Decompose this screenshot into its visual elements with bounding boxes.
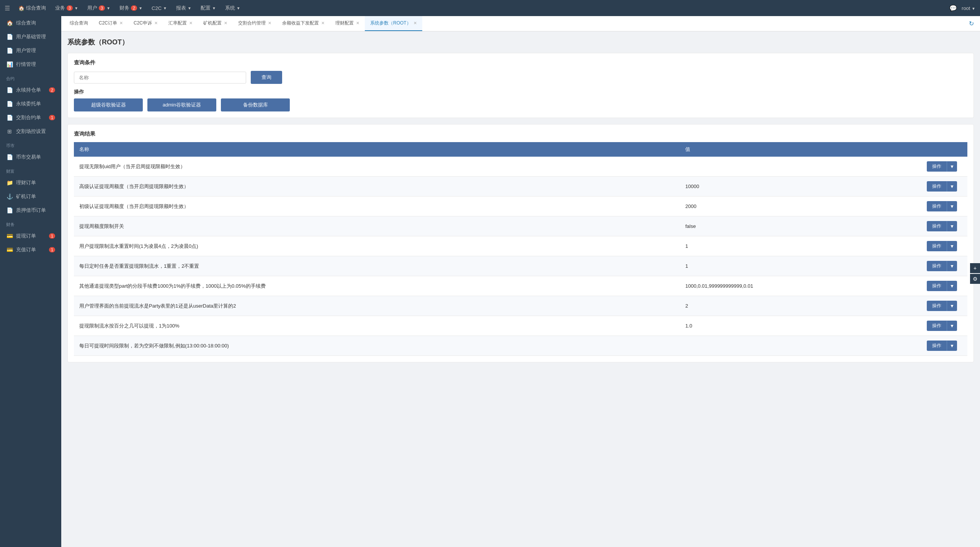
nav-home[interactable]: 🏠 综合查询: [15, 2, 50, 14]
tab-交割合约管理[interactable]: 交割合约管理 ✕: [233, 16, 277, 31]
nav-system[interactable]: 系统 ▼: [221, 2, 244, 14]
float-settings-button[interactable]: ⚙: [970, 274, 980, 284]
tab-系统参数ROOT[interactable]: 系统参数（ROOT） ✕: [365, 16, 422, 31]
nav-config[interactable]: 配置 ▼: [197, 2, 220, 14]
sidebar: 🏠 综合查询 📄 用户基础管理 📄 用户管理 📊 行情管理 合约 📄 永续持仓单…: [0, 16, 61, 547]
row-value-cell: [680, 157, 921, 177]
tab-C2C申诉[interactable]: C2C申诉 ✕: [128, 16, 163, 31]
user-label: root: [962, 5, 970, 11]
action-group: 操作▼: [927, 341, 962, 351]
action-dropdown-7[interactable]: ▼: [947, 301, 957, 311]
results-card: 查询结果 名称 值 提现无限制uid用户（当开启周提现限额时生效）操作▼高级认证…: [67, 124, 974, 362]
super-google-auth-button[interactable]: 超级谷歌验证器: [74, 98, 143, 111]
results-title: 查询结果: [74, 131, 967, 138]
table-row: 用户管理界面的当前提现流水是Party表里的1还是从userData里计算的22…: [74, 296, 967, 316]
card-icon-1: 💳: [6, 233, 13, 239]
sidebar-label-用户管理: 用户管理: [16, 47, 36, 54]
sidebar-item-行情管理[interactable]: 📊 行情管理: [0, 57, 61, 71]
nav-c2c-label: C2C: [152, 5, 162, 11]
action-button-5[interactable]: 操作: [927, 261, 947, 271]
tab-矿机配置-close[interactable]: ✕: [224, 21, 227, 26]
tab-汇率配置-label: 汇率配置: [168, 20, 187, 26]
chat-icon[interactable]: 💬: [949, 5, 957, 12]
user-menu[interactable]: root ▼: [962, 5, 975, 11]
action-dropdown-8[interactable]: ▼: [947, 321, 957, 331]
tab-余额收益下发配置-close[interactable]: ✕: [321, 21, 325, 26]
action-button-2[interactable]: 操作: [927, 201, 947, 211]
sidebar-item-用户管理[interactable]: 📄 用户管理: [0, 44, 61, 57]
action-button-9[interactable]: 操作: [927, 341, 947, 351]
action-dropdown-1[interactable]: ▼: [947, 181, 957, 192]
main-content: 系统参数（ROOT） 查询条件 查询 操作 超级谷歌验证器 admin谷歌验证器…: [61, 31, 980, 547]
action-button-3[interactable]: 操作: [927, 221, 947, 231]
sidebar-item-充值订单[interactable]: 💳 充值订单 1: [0, 243, 61, 257]
sidebar-badge-提现: 1: [49, 233, 55, 239]
action-dropdown-5[interactable]: ▼: [947, 261, 957, 271]
card-icon-2: 💳: [6, 247, 13, 253]
query-button[interactable]: 查询: [251, 71, 282, 84]
nav-finance[interactable]: 财务 2 ▼: [116, 2, 146, 14]
action-group: 操作▼: [927, 281, 962, 291]
sidebar-item-永续持仓单[interactable]: 📄 永续持仓单 2: [0, 83, 61, 97]
refresh-icon[interactable]: ↻: [969, 20, 974, 27]
action-button-8[interactable]: 操作: [927, 321, 947, 331]
sidebar-item-交割场控设置[interactable]: ⊞ 交割场控设置: [0, 124, 61, 138]
table-row: 提现限制流水按百分之几可以提现，1为100%1.0操作▼: [74, 316, 967, 336]
doc-icon-1: 📄: [6, 34, 13, 40]
home-icon: 🏠: [18, 5, 24, 11]
action-group: 操作▼: [927, 301, 962, 311]
tab-系统参数ROOT-close[interactable]: ✕: [413, 21, 417, 26]
menu-icon[interactable]: ☰: [5, 5, 10, 12]
action-dropdown-3[interactable]: ▼: [947, 221, 957, 231]
action-button-4[interactable]: 操作: [927, 241, 947, 251]
nav-business[interactable]: 业务 3 ▼: [51, 2, 82, 14]
sidebar-item-永续委托单[interactable]: 📄 永续委托单: [0, 97, 61, 111]
action-button-6[interactable]: 操作: [927, 281, 947, 291]
action-dropdown-4[interactable]: ▼: [947, 241, 957, 251]
action-button-7[interactable]: 操作: [927, 301, 947, 311]
action-dropdown-2[interactable]: ▼: [947, 201, 957, 211]
nav-finance-badge: 2: [131, 5, 137, 11]
table-row: 每日定时任务是否重置提现限制流水，1重置，2不重置1操作▼: [74, 256, 967, 276]
nav-reports[interactable]: 报表 ▼: [172, 2, 195, 14]
tab-综合查询[interactable]: 综合查询: [64, 16, 93, 31]
col-header-name: 名称: [74, 142, 680, 157]
action-group: 操作▼: [927, 181, 962, 192]
tab-矿机配置[interactable]: 矿机配置 ✕: [198, 16, 233, 31]
sidebar-item-币市交易单[interactable]: 📄 币市交易单: [0, 150, 61, 164]
backup-database-button[interactable]: 备份数据库: [221, 98, 290, 111]
sidebar-item-交割合约单[interactable]: 📄 交割合约单 1: [0, 111, 61, 124]
action-button-1[interactable]: 操作: [927, 181, 947, 192]
action-dropdown-0[interactable]: ▼: [947, 161, 957, 172]
action-dropdown-9[interactable]: ▼: [947, 341, 957, 351]
sidebar-item-理财订单[interactable]: 📁 理财订单: [0, 176, 61, 190]
tab-C2C订单[interactable]: C2C订单 ✕: [93, 16, 128, 31]
tab-余额收益下发配置[interactable]: 余额收益下发配置 ✕: [277, 16, 330, 31]
sidebar-label-提现订单: 提现订单: [16, 233, 36, 239]
tab-汇率配置-close[interactable]: ✕: [189, 21, 193, 26]
nav-c2c[interactable]: C2C ▼: [148, 3, 171, 13]
tab-C2C订单-close[interactable]: ✕: [119, 21, 123, 26]
action-dropdown-6[interactable]: ▼: [947, 281, 957, 291]
tab-理财配置[interactable]: 理财配置 ✕: [330, 16, 365, 31]
tab-C2C申诉-close[interactable]: ✕: [154, 21, 158, 26]
nav-user[interactable]: 用户 3 ▼: [83, 2, 114, 14]
tab-交割合约管理-close[interactable]: ✕: [268, 21, 271, 26]
table-row: 高级认证提现周额度（当开启周提现限额时生效）10000操作▼: [74, 177, 967, 197]
tab-理财配置-close[interactable]: ✕: [356, 21, 359, 26]
query-card: 查询条件 查询 操作 超级谷歌验证器 admin谷歌验证器 备份数据库: [67, 53, 974, 118]
sidebar-item-矿机订单[interactable]: ⚓ 矿机订单: [0, 190, 61, 203]
row-value-cell: 1000,0.01,999999999999,0.01: [680, 276, 921, 296]
admin-google-auth-button[interactable]: admin谷歌验证器: [147, 98, 216, 111]
action-button-0[interactable]: 操作: [927, 161, 947, 172]
sidebar-label-充值订单: 充值订单: [16, 246, 36, 253]
float-plus-button[interactable]: +: [970, 263, 980, 273]
tab-汇率配置[interactable]: 汇率配置 ✕: [163, 16, 198, 31]
sidebar-item-综合查询[interactable]: 🏠 综合查询: [0, 16, 61, 30]
sidebar-item-提现订单[interactable]: 💳 提现订单 1: [0, 229, 61, 243]
row-action-cell: 操作▼: [921, 336, 967, 356]
name-search-input[interactable]: [74, 72, 246, 84]
sidebar-item-质押借币订单[interactable]: 📄 质押借币订单: [0, 203, 61, 217]
tab-理财配置-label: 理财配置: [335, 20, 354, 26]
sidebar-item-用户基础管理[interactable]: 📄 用户基础管理: [0, 30, 61, 44]
